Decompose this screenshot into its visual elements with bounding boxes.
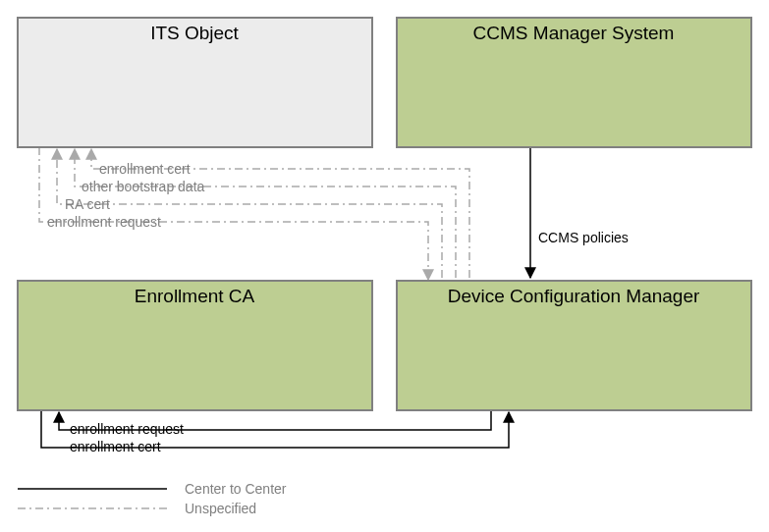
box-label-dcm: Device Configuration Manager	[448, 286, 700, 306]
edge-label-other-bootstrap-data: other bootstrap data	[82, 179, 205, 194]
box-label-its-object: ITS Object	[150, 23, 239, 43]
box-label-enrollment-ca: Enrollment CA	[135, 286, 255, 306]
box-label-ccms-manager: CCMS Manager System	[473, 23, 675, 43]
legend-label-c2c: Center to Center	[185, 481, 287, 497]
edge-label-ccms-policies: CCMS policies	[538, 230, 629, 245]
box-its-object: ITS Object	[18, 18, 372, 147]
box-ccms-manager: CCMS Manager System	[397, 18, 751, 147]
edge-label-ra-cert: RA cert	[65, 196, 110, 212]
legend: Center to Center Unspecified	[18, 481, 287, 516]
edge-label-enrollment-request-top: enrollment request	[47, 214, 161, 230]
edge-label-enrollment-cert-top: enrollment cert	[99, 161, 191, 177]
edge-label-enrollment-cert-bottom: enrollment cert	[70, 439, 161, 454]
architecture-diagram: CCMS policies enrollment request enrollm…	[0, 0, 769, 532]
box-dcm: Device Configuration Manager	[397, 281, 751, 410]
box-enrollment-ca: Enrollment CA	[18, 281, 372, 410]
edge-label-enrollment-request-bottom: enrollment request	[70, 421, 184, 437]
legend-label-unspecified: Unspecified	[185, 501, 256, 516]
